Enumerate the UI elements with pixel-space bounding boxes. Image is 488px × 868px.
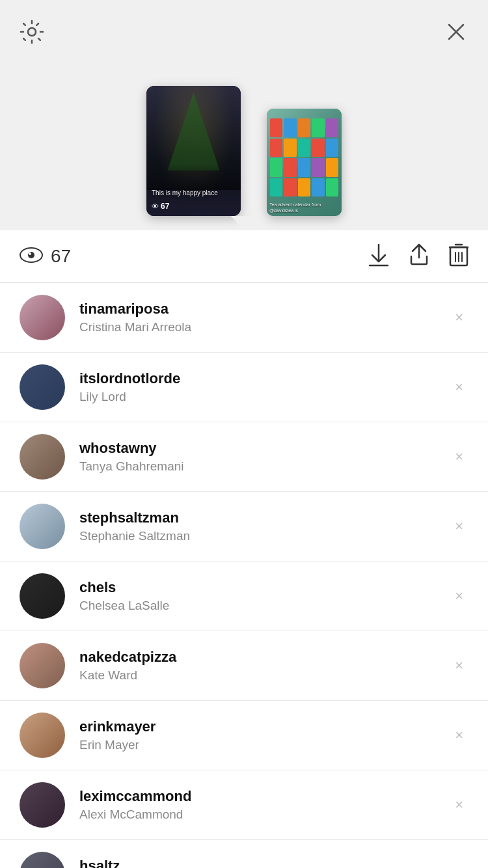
list-item: tinamariposa Cristina Mari Arreola × <box>0 283 488 353</box>
remove-viewer-button[interactable]: × <box>450 791 468 819</box>
list-item: itslordnotlorde Lily Lord × <box>0 353 488 422</box>
list-item: erinkmayer Erin Mayer × <box>0 701 488 770</box>
viewer-fullname: Chelsea LaSalle <box>79 599 450 613</box>
viewer-info: whostawny Tanya Ghahremani <box>79 440 450 474</box>
story-preview-area: Tea advent calendar from @davidstea is T… <box>0 60 488 216</box>
list-item: chels Chelsea LaSalle × <box>0 562 488 631</box>
viewer-info: chels Chelsea LaSalle <box>79 579 450 613</box>
viewer-username[interactable]: hsaltz <box>79 858 450 868</box>
avatar <box>20 782 65 828</box>
remove-viewer-button[interactable]: × <box>450 652 468 679</box>
secondary-story-caption: Tea advent calendar from @davidstea is <box>269 202 339 213</box>
viewer-fullname: Kate Ward <box>79 668 450 683</box>
viewer-info: leximccammond Alexi McCammond <box>79 788 450 822</box>
story-views-badge: 👁 67 <box>152 202 169 211</box>
svg-point-0 <box>28 28 36 36</box>
views-count: 67 <box>51 246 71 267</box>
viewer-fullname: Erin Mayer <box>79 738 450 752</box>
viewer-fullname: Tanya Ghahremani <box>79 459 450 474</box>
viewer-username[interactable]: erinkmayer <box>79 718 450 735</box>
remove-viewer-button[interactable]: × <box>450 304 468 331</box>
avatar <box>20 364 65 410</box>
list-item: whostawny Tanya Ghahremani × <box>0 422 488 492</box>
action-icons <box>368 243 468 269</box>
stats-bar: 67 <box>0 230 488 283</box>
list-item: stephsaltzman Stephanie Saltzman × <box>0 492 488 562</box>
avatar <box>20 295 65 340</box>
top-bar <box>0 0 488 60</box>
viewer-info: tinamariposa Cristina Mari Arreola <box>79 301 450 334</box>
story-views-count: 67 <box>161 202 169 211</box>
viewer-fullname: Cristina Mari Arreola <box>79 320 450 334</box>
viewer-username[interactable]: stephsaltzman <box>79 509 450 526</box>
remove-viewer-button[interactable]: × <box>450 861 468 868</box>
story-secondary-card[interactable]: Tea advent calendar from @davidstea is <box>267 109 342 216</box>
viewer-info: itslordnotlorde Lily Lord <box>79 370 450 404</box>
viewer-username[interactable]: whostawny <box>79 440 450 457</box>
list-item: nakedcatpizza Kate Ward × <box>0 631 488 701</box>
views-info: 67 <box>20 246 71 267</box>
share-button[interactable] <box>409 243 429 269</box>
list-item: hsaltz Hayley Saltzman × <box>0 840 488 868</box>
viewer-info: erinkmayer Erin Mayer <box>79 718 450 752</box>
close-icon[interactable] <box>444 20 468 47</box>
list-item: leximccammond Alexi McCammond × <box>0 770 488 840</box>
avatar <box>20 712 65 758</box>
viewer-username[interactable]: nakedcatpizza <box>79 649 450 666</box>
viewer-info: hsaltz Hayley Saltzman <box>79 858 450 868</box>
remove-viewer-button[interactable]: × <box>450 373 468 401</box>
gear-icon[interactable] <box>20 20 44 47</box>
viewer-fullname: Stephanie Saltzman <box>79 529 450 543</box>
story-main-card[interactable]: This is my happy place 👁 67 <box>146 86 241 216</box>
svg-point-4 <box>28 252 34 258</box>
avatar <box>20 573 65 619</box>
viewer-username[interactable]: chels <box>79 579 450 596</box>
viewer-username[interactable]: leximccammond <box>79 788 450 805</box>
eye-icon <box>20 247 43 266</box>
remove-viewer-button[interactable]: × <box>450 513 468 540</box>
remove-viewer-button[interactable]: × <box>450 582 468 610</box>
download-button[interactable] <box>368 243 389 269</box>
viewer-list: tinamariposa Cristina Mari Arreola × its… <box>0 283 488 868</box>
viewer-username[interactable]: tinamariposa <box>79 301 450 318</box>
eye-small-icon: 👁 <box>152 202 159 210</box>
viewer-info: nakedcatpizza Kate Ward <box>79 649 450 683</box>
viewer-fullname: Alexi McCammond <box>79 807 450 822</box>
avatar <box>20 504 65 549</box>
avatar <box>20 434 65 480</box>
viewer-info: stephsaltzman Stephanie Saltzman <box>79 509 450 543</box>
viewer-username[interactable]: itslordnotlorde <box>79 370 450 387</box>
avatar <box>20 852 65 868</box>
svg-point-5 <box>29 252 31 255</box>
main-story-caption: This is my happy place <box>152 189 236 197</box>
remove-viewer-button[interactable]: × <box>450 443 468 470</box>
avatar <box>20 643 65 688</box>
viewer-fullname: Lily Lord <box>79 390 450 404</box>
delete-button[interactable] <box>449 243 468 269</box>
remove-viewer-button[interactable]: × <box>450 722 468 749</box>
